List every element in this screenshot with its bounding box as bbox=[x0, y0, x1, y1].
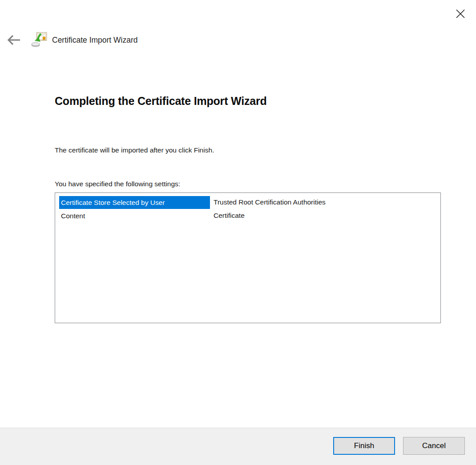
settings-label: You have specified the following setting… bbox=[55, 180, 180, 188]
settings-listbox[interactable]: Certificate Store Selected by User Trust… bbox=[55, 192, 441, 323]
setting-name[interactable]: Content bbox=[59, 209, 210, 222]
window-title: Certificate Import Wizard bbox=[52, 36, 138, 45]
setting-name-cell[interactable]: Certificate Store Selected by User bbox=[59, 196, 210, 209]
setting-name-selected[interactable]: Certificate Store Selected by User bbox=[59, 196, 210, 209]
back-arrow-icon bbox=[7, 34, 21, 46]
setting-name-cell[interactable]: Content bbox=[59, 209, 210, 222]
setting-value[interactable]: Certificate bbox=[214, 212, 245, 220]
certificate-import-icon bbox=[31, 31, 48, 48]
back-button[interactable] bbox=[6, 34, 21, 46]
close-x-glyph bbox=[455, 8, 466, 19]
certificate-import-wizard-window: Certificate Import Wizard Completing the… bbox=[0, 0, 476, 465]
settings-row-content[interactable]: Content Certificate bbox=[59, 209, 440, 222]
setting-value[interactable]: Trusted Root Certification Authorities bbox=[214, 198, 326, 206]
page-heading: Completing the Certificate Import Wizard bbox=[55, 95, 267, 108]
description-text: The certificate will be imported after y… bbox=[55, 146, 214, 154]
footer-bar: Finish Cancel bbox=[0, 428, 476, 465]
close-icon[interactable] bbox=[454, 7, 467, 20]
cancel-button[interactable]: Cancel bbox=[403, 437, 465, 455]
settings-row-certificate-store[interactable]: Certificate Store Selected by User Trust… bbox=[59, 196, 440, 209]
finish-button[interactable]: Finish bbox=[333, 437, 395, 455]
